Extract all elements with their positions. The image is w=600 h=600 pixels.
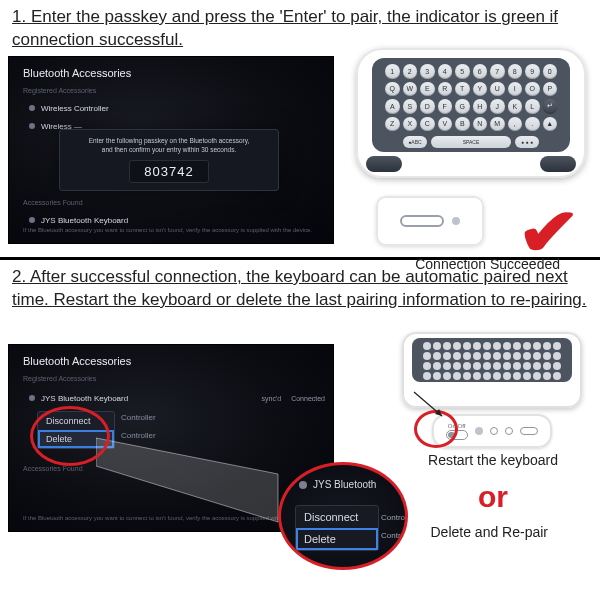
arrow-to-switch xyxy=(410,388,450,422)
mini-key xyxy=(423,342,431,350)
mini-key xyxy=(423,362,431,370)
key-A: A xyxy=(385,99,400,114)
device-icon xyxy=(299,481,307,489)
caption-delete-repair: Delete and Re-pair xyxy=(430,524,548,540)
key-O: O xyxy=(525,82,540,97)
mini-key xyxy=(423,372,431,380)
key-U: U xyxy=(490,82,505,97)
mini-key xyxy=(443,342,451,350)
key-.: . xyxy=(525,117,540,132)
key-5: 5 xyxy=(455,64,470,79)
device-icon xyxy=(29,395,35,401)
status-connected: Connected xyxy=(291,395,325,402)
zoom-callout: JYS Bluetooth Disconnect Delete Contro C… xyxy=(278,462,408,570)
passkey-modal: Enter the following passkey on the Bluet… xyxy=(59,129,279,191)
keyboard-illustration: 1234567890 QWERTYUIOP ASDFGHJKL↵ ZXCVBNM… xyxy=(356,48,586,178)
mini-key xyxy=(493,362,501,370)
console-title: Bluetooth Accessories xyxy=(23,67,131,79)
key-3: 3 xyxy=(420,64,435,79)
svg-marker-1 xyxy=(435,409,442,416)
mini-key xyxy=(483,342,491,350)
key-↵: ↵ xyxy=(543,99,558,114)
mini-key xyxy=(483,362,491,370)
fn-key-right: ● ● ● xyxy=(515,136,539,148)
mini-key xyxy=(533,372,541,380)
mini-key xyxy=(533,362,541,370)
mini-key xyxy=(533,342,541,350)
key-X: X xyxy=(403,117,418,132)
mini-key xyxy=(493,352,501,360)
mini-key xyxy=(513,362,521,370)
usb-port-icon xyxy=(520,427,538,435)
mini-key xyxy=(443,362,451,370)
mini-key xyxy=(433,352,441,360)
mini-key xyxy=(453,362,461,370)
mini-key xyxy=(493,342,501,350)
menu-side-label-2: Controller xyxy=(121,431,156,440)
mini-key xyxy=(523,372,531,380)
console-screenshot-1: Bluetooth Accessories Registered Accesso… xyxy=(8,56,334,244)
passkey-message: Enter the following passkey on the Bluet… xyxy=(89,137,250,154)
key-▲: ▲ xyxy=(543,117,558,132)
mini-key xyxy=(443,352,451,360)
callout-circle-source xyxy=(30,406,110,466)
keyboard-face-small xyxy=(412,338,572,382)
key-K: K xyxy=(508,99,523,114)
key-V: V xyxy=(438,117,453,132)
mini-key xyxy=(473,372,481,380)
mini-key xyxy=(453,352,461,360)
mini-key xyxy=(553,352,561,360)
zoom-side-labels: Contro Contro xyxy=(381,509,405,544)
keyboard-grips xyxy=(366,156,576,174)
zoom-item-disconnect[interactable]: Disconnect xyxy=(296,506,378,528)
key-C: C xyxy=(420,117,435,132)
zoom-item-delete[interactable]: Delete xyxy=(296,528,378,550)
mini-key xyxy=(493,372,501,380)
key-Y: Y xyxy=(473,82,488,97)
key-4: 4 xyxy=(438,64,453,79)
mini-key xyxy=(473,362,481,370)
mini-key xyxy=(503,352,511,360)
step-1-section: 1. Enter the passkey and press the 'Ente… xyxy=(0,0,600,260)
mini-key xyxy=(553,342,561,350)
menu-side-label-1: Controller xyxy=(121,413,156,422)
space-key: SPACE xyxy=(431,136,511,148)
device-name: JYS Bluetooth Keyboard xyxy=(41,216,128,225)
mini-key xyxy=(523,362,531,370)
zoom-context-menu: Disconnect Delete xyxy=(295,505,379,551)
fn-key-left: ●ABC xyxy=(403,136,427,148)
key-1: 1 xyxy=(385,64,400,79)
mini-key xyxy=(503,342,511,350)
key-D: D xyxy=(420,99,435,114)
key-Z: Z xyxy=(385,117,400,132)
led-indicator-icon xyxy=(452,217,460,225)
key-2: 2 xyxy=(403,64,418,79)
mini-key xyxy=(553,362,561,370)
grip-left xyxy=(366,156,402,172)
device-row-controller: Wireless Controller xyxy=(29,99,319,117)
passkey-code: 803742 xyxy=(129,160,208,183)
device-row-keyboard: JYS Bluetooth Keyboard sync'd Connected xyxy=(29,389,325,407)
key-8: 8 xyxy=(508,64,523,79)
step-2-section: 2. After successful connection, the keyb… xyxy=(0,260,600,552)
key-F: F xyxy=(438,99,453,114)
mini-key xyxy=(453,372,461,380)
key-N: N xyxy=(473,117,488,132)
key-T: T xyxy=(455,82,470,97)
mini-key xyxy=(463,362,471,370)
mini-key xyxy=(503,362,511,370)
category-registered: Registered Accessories xyxy=(23,87,96,94)
mini-key xyxy=(543,352,551,360)
key-6: 6 xyxy=(473,64,488,79)
mini-key xyxy=(543,342,551,350)
mini-key xyxy=(433,372,441,380)
device-name: Wireless Controller xyxy=(41,104,109,113)
mini-key xyxy=(523,352,531,360)
status-syncd: sync'd xyxy=(262,395,282,402)
key-P: P xyxy=(543,82,558,97)
mini-key xyxy=(463,372,471,380)
key-E: E xyxy=(420,82,435,97)
step-1-heading: 1. Enter the passkey and press the 'Ente… xyxy=(0,0,600,54)
mini-key xyxy=(553,372,561,380)
key-Q: Q xyxy=(385,82,400,97)
